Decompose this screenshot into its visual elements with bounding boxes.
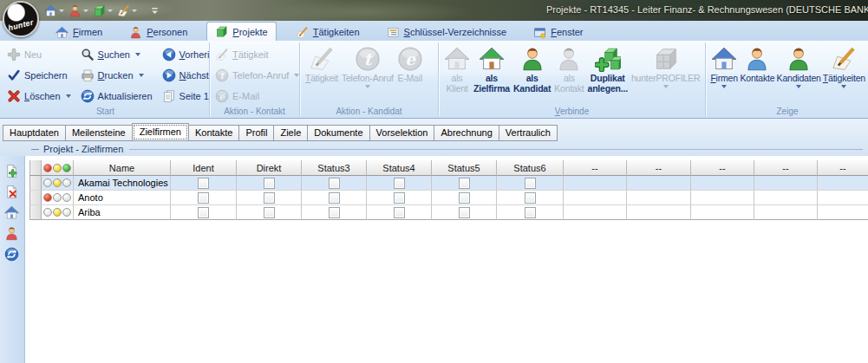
row-selector[interactable]	[29, 191, 42, 205]
status6-checkbox[interactable]	[525, 207, 536, 218]
page-tab-kontakte[interactable]: Kontakte	[188, 125, 239, 141]
page-tab-label: Ziele	[280, 127, 301, 138]
vorheriger-button[interactable]: Vorheriger	[160, 45, 210, 64]
page-tab-zielfirmen[interactable]: Zielfirmen	[132, 123, 189, 141]
status5-checkbox[interactable]	[459, 207, 470, 218]
column-header-status5[interactable]: Status5	[432, 160, 497, 176]
page-tab-profil[interactable]: Profil	[238, 125, 274, 141]
status5-checkbox[interactable]	[459, 178, 470, 189]
ident-checkbox[interactable]	[198, 178, 209, 189]
status4-checkbox[interactable]	[394, 192, 405, 204]
column-header-ident[interactable]: Ident	[171, 160, 237, 176]
ribbon-tab-label: Projekte	[232, 27, 267, 37]
status4-checkbox[interactable]	[394, 178, 405, 189]
column-header-dash-9[interactable]: --	[691, 160, 754, 176]
qat-personen-button[interactable]	[68, 4, 89, 17]
direkt-checkbox[interactable]	[264, 207, 275, 218]
ribbon-tab-projekte[interactable]: Projekte	[206, 22, 276, 41]
qat-overflow-button[interactable]	[147, 4, 162, 17]
als-kandidat-button[interactable]: alsKandidat	[512, 45, 552, 94]
button-label-line: Kandidaten	[777, 73, 821, 83]
page-tab-label: Zielfirmen	[140, 126, 181, 137]
table-row-ariba[interactable]: Ariba	[29, 205, 868, 220]
speichern-button[interactable]: Speichern	[5, 66, 73, 85]
refresh-button[interactable]	[4, 247, 20, 263]
drucken-button[interactable]: Drucken	[79, 66, 154, 85]
firmen-button[interactable]: Firmen	[709, 45, 739, 89]
status6-checkbox[interactable]	[525, 178, 536, 189]
ribbon-tab-schl-ssel-verzeichnisse[interactable]: Schlüssel-Verzeichnisse	[379, 23, 515, 41]
ribbon-tab-personen[interactable]: Personen	[121, 23, 195, 41]
kandidaten-button[interactable]: Kandidaten	[776, 45, 822, 89]
checkbox-cell	[497, 176, 564, 191]
column-header-dash-8[interactable]: --	[627, 160, 691, 176]
telefon-anruf-button: tTelefon-Anruf	[340, 45, 395, 89]
ribbon-group-title-text: Verbinde	[555, 107, 589, 116]
page-tab-ziele[interactable]: Ziele	[273, 125, 308, 141]
column-header-dash-7[interactable]: --	[564, 160, 627, 176]
checkbox-cell	[171, 205, 237, 220]
add-row-button[interactable]	[4, 164, 20, 179]
als-zielfirma-button[interactable]: alsZielfirma	[472, 45, 512, 94]
page-tab-abrechnung[interactable]: Abrechnung	[434, 125, 499, 141]
refresh-blue-icon	[4, 247, 19, 262]
status3-checkbox[interactable]	[329, 178, 340, 189]
pages-icon	[162, 89, 176, 103]
groupbox-header: Projekt - Zielfirmen	[31, 143, 863, 155]
seite-1-1-button[interactable]: Seite 1/1	[160, 87, 210, 106]
direkt-checkbox[interactable]	[264, 178, 275, 189]
column-header-status3[interactable]: Status3	[302, 160, 367, 176]
traffic-lights	[42, 160, 74, 176]
kontakte-button[interactable]: Kontakte	[739, 45, 775, 84]
status4-checkbox[interactable]	[394, 207, 405, 218]
status5-checkbox[interactable]	[459, 192, 470, 204]
row-selector[interactable]	[29, 205, 42, 220]
suchen-button[interactable]: Suchen	[79, 45, 154, 64]
page-tab-hauptdaten[interactable]: Hauptdaten	[3, 125, 66, 141]
t-tigkeiten-button[interactable]: Tätigkeiten	[822, 45, 866, 89]
aktualisieren-button[interactable]: Aktualisieren	[79, 87, 154, 106]
duplikat-anlegen-button[interactable]: Duplikatanlegen...	[586, 45, 630, 94]
column-header-dash-11[interactable]: --	[818, 160, 868, 176]
qat-taetigkeiten-button[interactable]	[116, 4, 138, 17]
traffic-light-yellow-off	[53, 193, 62, 202]
qat-firmen-button[interactable]	[43, 4, 65, 17]
ribbon-tab-t-tigkeiten[interactable]: Tätigkeiten	[288, 23, 368, 41]
checkbox-cell	[302, 191, 367, 205]
row-selector[interactable]	[29, 176, 42, 191]
status3-checkbox[interactable]	[329, 207, 340, 218]
page-tab-vertraulich[interactable]: Vertraulich	[499, 125, 558, 141]
page-tab-dokumente[interactable]: Dokumente	[307, 125, 369, 141]
page-tab-meilensteine[interactable]: Meilensteine	[65, 125, 133, 141]
ident-checkbox[interactable]	[198, 207, 209, 218]
status6-checkbox[interactable]	[525, 192, 536, 204]
qat-projekte-button[interactable]	[92, 4, 114, 17]
ribbon-group-aktion-kontakt: TätigkeittTelefon-AnrufeE-MailAktion - K…	[210, 42, 300, 116]
column-header-direkt[interactable]: Direkt	[237, 160, 302, 176]
ribbon-group-title: Aktion - Kandidat	[300, 107, 438, 116]
delete-row-button[interactable]	[4, 185, 20, 200]
house-green-icon	[479, 46, 505, 72]
open-company-button[interactable]	[4, 205, 20, 221]
column-header-name[interactable]: Name	[74, 160, 171, 176]
ident-checkbox[interactable]	[198, 192, 209, 204]
ribbon-tab-fenster[interactable]: Fenster	[525, 23, 591, 41]
table-row-anoto[interactable]: Anoto	[29, 191, 868, 205]
empty-cell	[691, 191, 754, 205]
column-header-status6[interactable]: Status6	[497, 160, 564, 176]
column-header-status4[interactable]: Status4	[367, 160, 432, 176]
dropdown-arrow-icon	[132, 10, 137, 12]
open-person-button[interactable]	[4, 226, 20, 242]
traffic-light-red-off	[43, 178, 52, 187]
table-row-akamai-technologies[interactable]: Akamai Technologies	[29, 176, 868, 191]
column-header-dash-10[interactable]: --	[754, 160, 818, 176]
status3-checkbox[interactable]	[329, 192, 340, 204]
l-schen-button[interactable]: Löschen	[5, 87, 73, 106]
ribbon-tab-firmen[interactable]: Firmen	[48, 23, 110, 41]
traffic-light-green-off	[62, 208, 71, 217]
page-tab-vorselektion[interactable]: Vorselektion	[369, 125, 435, 141]
direkt-checkbox[interactable]	[264, 192, 275, 204]
neu-button: Neu	[5, 45, 73, 64]
button-label-line: als	[446, 73, 467, 83]
n-chster-button[interactable]: Nächster	[160, 66, 210, 85]
